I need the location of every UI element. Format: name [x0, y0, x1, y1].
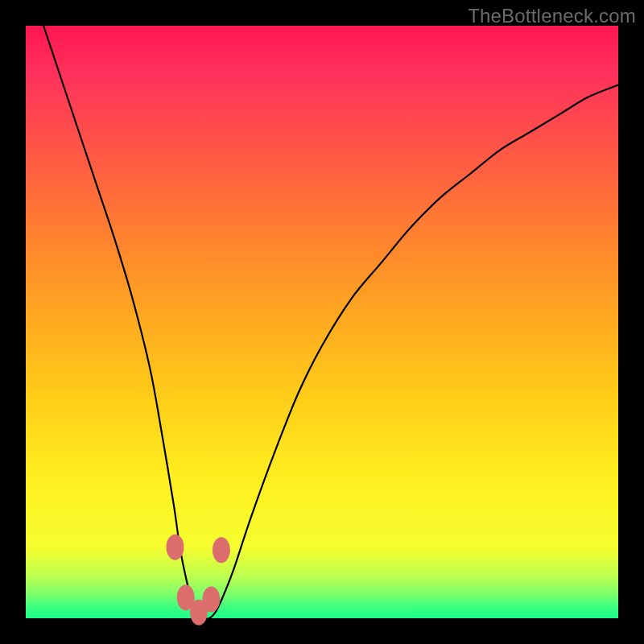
chart-container: TheBottleneck.com	[0, 0, 644, 644]
marker-group	[166, 535, 229, 625]
bottleneck-curve	[43, 26, 618, 619]
curve-svg	[26, 26, 618, 618]
watermark-label: TheBottleneck.com	[468, 5, 636, 27]
curve-marker-3	[202, 586, 220, 612]
curve-marker-0	[166, 535, 184, 560]
plot-area	[26, 26, 618, 618]
curve-marker-4	[213, 537, 230, 563]
